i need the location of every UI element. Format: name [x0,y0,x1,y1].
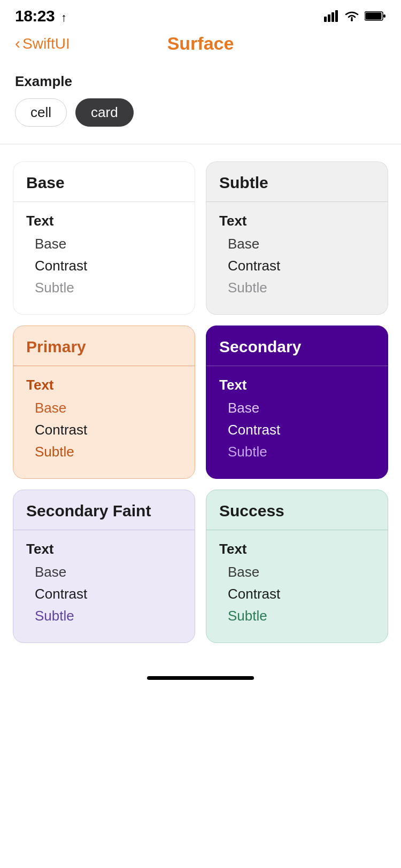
card-secondary-faint-text-subtle: Subtle [26,608,182,624]
card-success-body: Text Base Contrast Subtle [206,530,388,642]
card-primary: Primary Text Base Contrast Subtle [13,326,195,479]
example-label: Example [15,73,386,90]
card-primary-text-base: Base [26,400,182,416]
nav-back-button[interactable]: ‹ SwiftUI [15,35,70,52]
card-secondary-faint-text-label: Text [26,541,182,557]
cell-button[interactable]: cell [15,98,67,127]
card-secondary-faint-text-base: Base [26,564,182,580]
svg-rect-0 [324,17,327,22]
example-buttons: cell card [15,98,386,127]
svg-rect-1 [328,14,330,22]
card-success-text-base: Base [219,564,375,580]
card-subtle-body: Text Base Contrast Subtle [206,202,388,314]
chevron-left-icon: ‹ [15,35,20,51]
card-secondary: Secondary Text Base Contrast Subtle [206,326,388,479]
nav-bar: ‹ SwiftUI Surface [0,29,401,63]
card-base-body: Text Base Contrast Subtle [13,202,195,314]
card-secondary-faint: Secondary Faint Text Base Contrast Subtl… [13,490,195,643]
card-subtle-title: Subtle [219,174,268,191]
card-primary-header: Primary [13,326,195,366]
nav-back-label: SwiftUI [22,35,70,52]
section-divider [0,144,401,144]
card-secondary-faint-text-contrast: Contrast [26,586,182,602]
signal-icon [324,10,339,22]
card-primary-text-label: Text [26,377,182,393]
card-secondary-text-label: Text [219,377,375,393]
card-subtle-text-contrast: Contrast [219,258,375,274]
example-section: Example cell card [0,63,401,135]
status-bar: 18:23 ↑ [0,0,401,29]
card-button[interactable]: card [75,98,134,127]
card-subtle: Subtle Text Base Contrast Subtle [206,161,388,315]
card-secondary-faint-header: Secondary Faint [13,490,195,530]
card-base: Base Text Base Contrast Subtle [13,161,195,315]
card-base-text-contrast: Contrast [26,258,182,274]
home-indicator-bar [147,676,254,680]
card-secondary-text-contrast: Contrast [219,422,375,438]
status-time: 18:23 ↑ [15,7,67,25]
card-secondary-faint-title: Secondary Faint [26,502,151,520]
card-success-text-contrast: Contrast [219,586,375,602]
card-secondary-text-base: Base [219,400,375,416]
battery-icon [365,10,386,22]
card-secondary-faint-body: Text Base Contrast Subtle [13,530,195,642]
cards-grid: Base Text Base Contrast Subtle Subtle Te… [0,153,401,652]
card-primary-text-subtle: Subtle [26,444,182,460]
wifi-icon [344,10,359,22]
card-subtle-text-subtle: Subtle [219,280,375,296]
card-success-text-subtle: Subtle [219,608,375,624]
card-base-text-base: Base [26,236,182,252]
home-indicator [0,668,401,686]
card-secondary-title: Secondary [219,338,301,355]
card-base-text-label: Text [26,213,182,229]
svg-rect-6 [366,13,382,20]
card-secondary-text-subtle: Subtle [219,444,375,460]
svg-rect-7 [383,14,385,18]
status-icons [324,10,386,22]
card-primary-title: Primary [26,338,86,355]
card-base-header: Base [13,162,195,202]
card-secondary-header: Secondary [206,326,388,366]
nav-title: Surface [167,33,234,54]
card-success-text-label: Text [219,541,375,557]
card-subtle-text-base: Base [219,236,375,252]
card-base-title: Base [26,174,65,191]
card-success: Success Text Base Contrast Subtle [206,490,388,643]
card-primary-text-contrast: Contrast [26,422,182,438]
svg-point-4 [351,19,353,21]
card-success-title: Success [219,502,284,520]
card-secondary-body: Text Base Contrast Subtle [206,366,388,478]
card-subtle-text-label: Text [219,213,375,229]
svg-rect-2 [331,12,334,22]
card-subtle-header: Subtle [206,162,388,202]
card-base-text-subtle: Subtle [26,280,182,296]
svg-rect-3 [335,10,338,22]
card-success-header: Success [206,490,388,530]
card-primary-body: Text Base Contrast Subtle [13,366,195,478]
